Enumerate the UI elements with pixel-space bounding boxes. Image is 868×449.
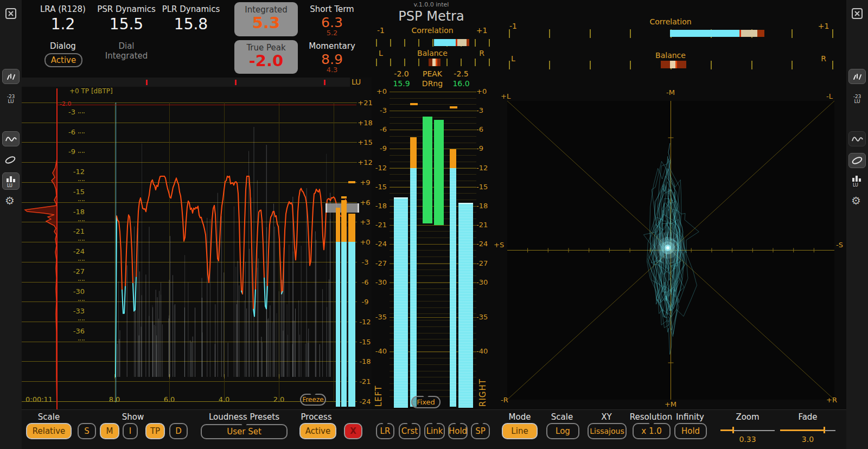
goniometer-icon[interactable] bbox=[2, 153, 18, 167]
process-active-button[interactable]: Active bbox=[299, 423, 336, 439]
meter-scale-label-left: -24 bbox=[372, 240, 387, 248]
balance-scale-tick bbox=[475, 59, 476, 66]
window-close-icon[interactable] bbox=[851, 8, 863, 22]
graph-scale-label: -36 bbox=[68, 327, 85, 343]
correlation-min-label: -1 bbox=[506, 22, 520, 30]
scope-corner-tr: -L bbox=[826, 92, 833, 100]
freeze-button[interactable]: Freeze bbox=[300, 394, 326, 406]
mode-line-button[interactable]: Line bbox=[502, 423, 538, 439]
loudness-history-icon[interactable] bbox=[2, 131, 20, 146]
dial-integrated-value: – bbox=[97, 53, 156, 63]
balance-scale-tick bbox=[832, 61, 833, 69]
balance-meter-marker bbox=[675, 61, 677, 68]
balance-label: Balance bbox=[393, 49, 471, 57]
scale-tick-dots bbox=[78, 220, 85, 221]
balance-meter-center bbox=[670, 61, 675, 68]
momentary-lu-bar bbox=[348, 242, 355, 407]
show-tp-button[interactable]: TP bbox=[145, 423, 165, 439]
meter-scale-label-right: -9 bbox=[476, 144, 493, 152]
meter-gridline bbox=[390, 168, 476, 169]
momentary-value: 8.9 bbox=[305, 52, 359, 67]
settings-gear-icon[interactable]: ⚙ bbox=[5, 194, 15, 207]
settings-gear-icon[interactable]: ⚙ bbox=[851, 194, 861, 207]
mode-section-label: Mode bbox=[502, 412, 538, 422]
correlation-peak-cap bbox=[757, 30, 764, 37]
meter-scale-label-left: -12 bbox=[372, 164, 387, 172]
lu-scale-label: -12 bbox=[357, 318, 373, 326]
balance-label: Balance bbox=[631, 51, 710, 60]
resolution-select[interactable]: x 1.0 bbox=[633, 423, 671, 439]
fixed-button[interactable]: Fixed bbox=[411, 396, 441, 408]
scale-relative-button[interactable]: Relative bbox=[26, 423, 72, 439]
flash-icon[interactable] bbox=[2, 69, 20, 84]
lu-meters-icon-text: LU bbox=[7, 183, 12, 188]
meter-scale-label-left: -6 bbox=[372, 125, 387, 133]
balance-scale-tick bbox=[404, 59, 405, 66]
momentary-sub-value: 4.3 bbox=[305, 66, 359, 74]
shortterm-lu-bar bbox=[341, 242, 347, 407]
show-s-button[interactable]: S bbox=[78, 423, 96, 439]
scope-scale-log-button[interactable]: Log bbox=[546, 423, 579, 439]
integrated-tile[interactable]: Integrated 5.3 bbox=[234, 2, 298, 36]
meter-scale-label-right: -21 bbox=[476, 221, 493, 229]
zoom-slider-handle[interactable] bbox=[732, 427, 734, 433]
xy-lissajous-button[interactable]: Lissajous bbox=[588, 423, 627, 439]
show-m-button[interactable]: M bbox=[100, 423, 119, 439]
scope-corner-br: +R bbox=[826, 396, 837, 404]
meter-sp-button[interactable]: SP bbox=[471, 423, 490, 439]
dialog-active-button[interactable]: Active bbox=[44, 53, 82, 67]
true-peak-value: -2.0 bbox=[234, 53, 298, 69]
scale-tick-dots bbox=[78, 112, 85, 113]
meter-scale-label-left: -9 bbox=[372, 144, 387, 152]
lu-scale-label: -6 bbox=[357, 278, 373, 286]
window-close-icon[interactable] bbox=[5, 8, 17, 22]
meter-scale-label-left: +0 bbox=[372, 87, 387, 95]
graph-scale-label: -21 bbox=[68, 227, 85, 243]
infinity-hold-button[interactable]: Hold bbox=[674, 423, 707, 439]
zoom-section-label: Zoom bbox=[720, 412, 775, 422]
loudness-history-icon[interactable] bbox=[848, 131, 866, 146]
meter-scale-label-right: -3 bbox=[476, 106, 493, 114]
correlation-scale-tick bbox=[630, 29, 631, 38]
lu-reference-badge[interactable]: -23 LU bbox=[2, 94, 20, 104]
meter-scale-label-right: -12 bbox=[476, 164, 493, 172]
show-i-button[interactable]: I bbox=[123, 423, 138, 439]
loudness-preset-select[interactable]: User Set bbox=[201, 424, 288, 439]
balance-scale-tick bbox=[792, 61, 793, 69]
drng-right-value: 16.0 bbox=[448, 79, 475, 88]
lu-scale-label: +12 bbox=[357, 158, 373, 166]
scope-corner-bl: -R bbox=[501, 396, 508, 404]
graph-scale-label: -12 bbox=[68, 168, 85, 184]
lu-scale-label: -9 bbox=[357, 298, 373, 306]
lu-reference-badge[interactable]: -23 LU bbox=[848, 94, 866, 104]
scope-scale-section-label: Scale bbox=[545, 412, 579, 422]
lu-meters-icon-text: LU bbox=[853, 183, 858, 187]
goniometer-icon[interactable] bbox=[848, 153, 866, 168]
graph-scale-label: -9 bbox=[68, 147, 85, 156]
integrated-lu-bar-top bbox=[336, 208, 340, 242]
meter-crst-button[interactable]: Crst bbox=[399, 423, 420, 439]
lu-meters-icon[interactable]: LU bbox=[848, 172, 865, 189]
correlation-scale-tick bbox=[489, 39, 490, 47]
graph-scale-label: -33 bbox=[68, 307, 85, 323]
meter-scale-label-left: -35 bbox=[372, 313, 387, 321]
rms-meter-right-bar bbox=[458, 203, 473, 408]
fade-slider-handle[interactable] bbox=[824, 427, 825, 433]
show-d-button[interactable]: D bbox=[169, 423, 188, 439]
graph-scale-label: -30 bbox=[68, 287, 85, 304]
elapsed-time: 0:00:11 bbox=[25, 395, 53, 403]
scale-tick-dots bbox=[78, 200, 85, 201]
meter-hold-button[interactable]: Hold bbox=[448, 423, 468, 439]
meter-gridline bbox=[390, 111, 476, 111]
flash-icon[interactable] bbox=[848, 69, 866, 84]
lu-scale-label: +3 bbox=[357, 218, 373, 226]
short-term-sub-value: 5.2 bbox=[305, 29, 359, 37]
psp-metra-window: -23 LU LU ⚙ -23 LU LU bbox=[0, 0, 868, 449]
process-clear-button[interactable]: X bbox=[344, 423, 362, 439]
meter-link-button[interactable]: Link bbox=[424, 423, 445, 439]
meter-lr-button[interactable]: LR bbox=[376, 423, 394, 439]
scale-tick-dots bbox=[78, 300, 85, 301]
meter-scale-label-right: +0 bbox=[476, 87, 493, 95]
lu-meters-icon[interactable]: LU bbox=[2, 172, 20, 190]
true-peak-tile[interactable]: True Peak -2.0 bbox=[234, 40, 298, 74]
